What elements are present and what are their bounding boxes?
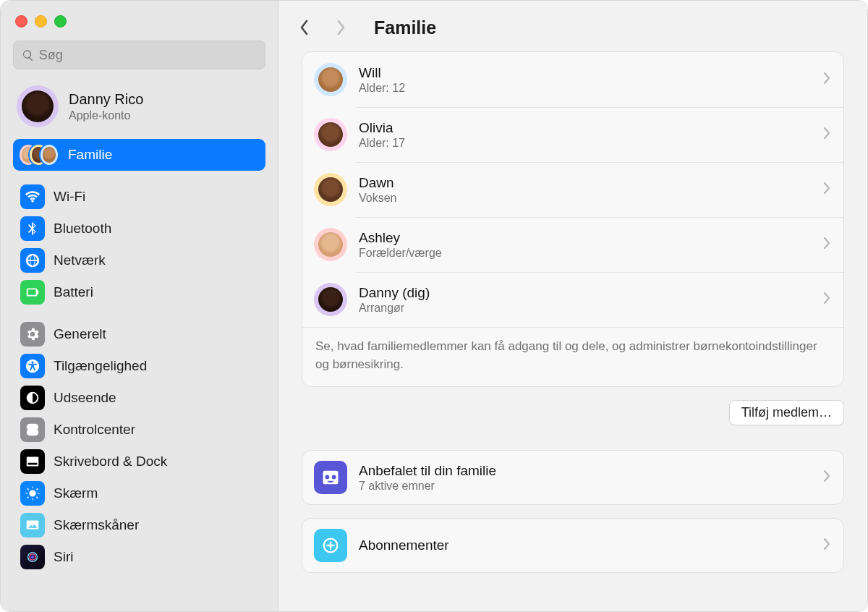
add-member-button[interactable]: Tilføj medlem… xyxy=(729,400,844,425)
sidebar-item-label: Udseende xyxy=(54,390,116,406)
member-avatar xyxy=(314,173,347,206)
recommended-icon xyxy=(314,461,347,494)
member-avatar xyxy=(314,63,347,96)
sidebar-item-siri[interactable]: Siri xyxy=(13,541,265,573)
sidebar-item-network[interactable]: Netværk xyxy=(13,245,265,276)
minimize-window-button[interactable] xyxy=(35,15,47,27)
chevron-right-icon xyxy=(823,182,830,197)
member-subtitle: Voksen xyxy=(359,192,812,205)
sidebar-item-control-center[interactable]: Kontrolcenter xyxy=(13,414,265,446)
member-subtitle: Forælder/værge xyxy=(359,247,812,260)
user-avatar xyxy=(17,85,59,127)
forward-button[interactable] xyxy=(329,15,354,40)
member-name: Dawn xyxy=(359,175,812,191)
sidebar-nav: Familie Wi-Fi Bluetooth Netværk Ba xyxy=(1,137,278,579)
window-controls xyxy=(1,11,278,41)
chevron-right-icon xyxy=(823,292,830,307)
gear-icon xyxy=(20,322,45,347)
search-field[interactable] xyxy=(13,41,265,69)
member-avatar xyxy=(314,283,347,316)
family-card-footer-text: Se, hvad familiemedlemmer kan få adgang … xyxy=(302,327,843,386)
family-member-row[interactable]: Olivia Alder: 17 xyxy=(302,107,843,162)
member-avatar xyxy=(314,228,347,261)
sidebar-item-battery[interactable]: Batteri xyxy=(13,276,265,308)
sidebar-item-label: Bluetooth xyxy=(54,221,111,237)
account-subtitle: Apple-konto xyxy=(69,109,143,122)
globe-icon xyxy=(20,248,45,273)
sidebar-item-label: Tilgængelighed xyxy=(54,358,147,374)
screensaver-icon xyxy=(20,513,45,537)
sidebar-item-label: Skrivebord & Dock xyxy=(54,454,167,469)
maximize-window-button[interactable] xyxy=(54,15,67,27)
sidebar-item-label: Batteri xyxy=(54,284,93,300)
family-members-card: Will Alder: 12 Olivia Alder: 17 xyxy=(302,51,844,387)
member-name: Will xyxy=(359,65,812,81)
account-header[interactable]: Danny Rico Apple-konto xyxy=(1,78,278,137)
chevron-right-icon xyxy=(823,72,830,88)
main-header: Familie xyxy=(278,1,867,48)
sidebar-item-familie[interactable]: Familie xyxy=(13,139,265,171)
chevron-right-icon xyxy=(823,537,830,553)
sidebar-item-appearance[interactable]: Udseende xyxy=(13,382,265,414)
battery-icon xyxy=(20,280,45,305)
member-avatar xyxy=(314,118,347,151)
page-title: Familie xyxy=(374,17,436,38)
account-name: Danny Rico xyxy=(69,91,143,108)
family-member-row[interactable]: Danny (dig) Arrangør xyxy=(302,272,843,327)
sidebar-item-label: Skærm xyxy=(54,485,98,501)
recommended-title: Anbefalet til din familie xyxy=(359,463,812,479)
sun-icon xyxy=(20,481,45,506)
sidebar-item-label: Wi-Fi xyxy=(54,189,85,205)
member-name: Olivia xyxy=(359,120,812,136)
member-subtitle: Arrangør xyxy=(359,302,812,315)
member-subtitle: Alder: 12 xyxy=(359,82,812,95)
dock-icon xyxy=(20,449,45,474)
sidebar-item-label: Generelt xyxy=(54,326,106,342)
sidebar-item-bluetooth[interactable]: Bluetooth xyxy=(13,213,265,245)
sidebar-item-label: Siri xyxy=(54,549,73,565)
siri-icon xyxy=(20,545,45,569)
subscriptions-title: Abonnementer xyxy=(359,537,812,553)
sidebar-item-label: Skærmskåner xyxy=(54,517,139,533)
sidebar-item-label: Netværk xyxy=(54,252,106,268)
search-container xyxy=(1,41,278,78)
close-window-button[interactable] xyxy=(15,15,27,27)
recommended-subtitle: 7 aktive emner xyxy=(359,480,812,493)
search-icon xyxy=(22,48,35,62)
account-text: Danny Rico Apple-konto xyxy=(69,91,143,122)
chevron-right-icon xyxy=(823,127,830,143)
sidebar: Danny Rico Apple-konto Familie Wi-Fi Blu… xyxy=(1,1,278,611)
search-input[interactable] xyxy=(39,48,257,63)
chevron-right-icon xyxy=(823,237,830,252)
switches-icon xyxy=(20,417,45,442)
main-panel: Familie Will Alder: 12 Olivia xyxy=(278,1,867,611)
bluetooth-icon xyxy=(20,216,45,241)
member-subtitle: Alder: 17 xyxy=(359,137,812,150)
subscriptions-icon xyxy=(314,529,347,562)
appearance-icon xyxy=(20,386,45,410)
chevron-right-icon xyxy=(823,469,830,485)
sidebar-item-wifi[interactable]: Wi-Fi xyxy=(13,181,265,213)
accessibility-icon xyxy=(20,354,45,378)
sidebar-item-general[interactable]: Generelt xyxy=(13,318,265,350)
sidebar-item-label: Familie xyxy=(68,147,112,163)
main-body: Will Alder: 12 Olivia Alder: 17 xyxy=(278,48,867,611)
recommended-row[interactable]: Anbefalet til din familie 7 aktive emner xyxy=(302,451,843,504)
family-avatar-stack-icon xyxy=(16,143,59,166)
sidebar-item-label: Kontrolcenter xyxy=(54,422,135,438)
add-member-container: Tilføj medlem… xyxy=(302,400,844,425)
member-name: Ashley xyxy=(359,230,812,246)
wifi-icon xyxy=(20,184,45,209)
sidebar-item-accessibility[interactable]: Tilgængelighed xyxy=(13,350,265,382)
sidebar-item-display[interactable]: Skærm xyxy=(13,477,265,509)
member-name: Danny (dig) xyxy=(359,285,812,301)
family-member-row[interactable]: Ashley Forælder/værge xyxy=(302,217,843,272)
subscriptions-row[interactable]: Abonnementer xyxy=(302,519,843,572)
svg-point-2 xyxy=(31,556,34,558)
sidebar-item-desktop-dock[interactable]: Skrivebord & Dock xyxy=(13,446,265,477)
sidebar-item-screensaver[interactable]: Skærmskåner xyxy=(13,509,265,541)
family-member-row[interactable]: Dawn Voksen xyxy=(302,162,843,217)
subscriptions-card: Abonnementer xyxy=(302,518,844,573)
family-member-row[interactable]: Will Alder: 12 xyxy=(302,52,843,107)
back-button[interactable] xyxy=(292,15,316,40)
